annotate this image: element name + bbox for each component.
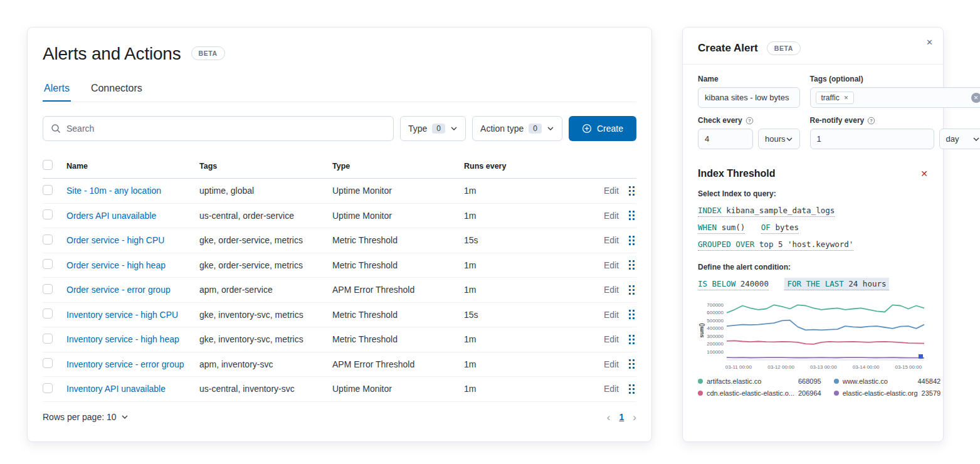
- actions-menu-icon[interactable]: [619, 285, 636, 295]
- actions-menu-icon[interactable]: [619, 211, 636, 220]
- action-type-filter-button[interactable]: Action type 0: [472, 116, 562, 141]
- remove-tag-icon[interactable]: ✕: [844, 95, 849, 101]
- alert-runs-every: 1m: [464, 384, 586, 394]
- svg-text:03-13 00:00: 03-13 00:00: [810, 364, 837, 370]
- index-expression-button[interactable]: INDEX kibana_sample_data_logs: [698, 206, 835, 217]
- row-checkbox[interactable]: [43, 185, 53, 195]
- next-page-icon[interactable]: ›: [633, 412, 636, 423]
- threshold-chart-svg: 1000002000003000004000005000006000007000…: [698, 296, 929, 372]
- svg-text:03-15 00:00: 03-15 00:00: [895, 364, 922, 370]
- rows-per-page-button[interactable]: Rows per page: 10: [43, 412, 129, 422]
- clear-tags-icon[interactable]: ✕: [971, 93, 980, 103]
- tags-input[interactable]: traffic ✕ ✕: [810, 87, 980, 108]
- legend-item[interactable]: elastic-elastic-elastic.org 23579: [834, 389, 940, 397]
- tag-pill[interactable]: traffic ✕: [816, 92, 855, 104]
- name-input[interactable]: [698, 87, 800, 108]
- renotify-every-unit-select[interactable]: day: [939, 129, 980, 149]
- edit-link[interactable]: Edit: [586, 310, 619, 320]
- tab-connectors[interactable]: Connectors: [90, 76, 144, 102]
- select-all-checkbox[interactable]: [43, 160, 53, 170]
- grouped-over-expression-button[interactable]: GROUPED OVER top 5 'host.keyword': [698, 240, 853, 251]
- row-checkbox[interactable]: [43, 383, 53, 393]
- row-checkbox[interactable]: [43, 235, 53, 245]
- index-value: kibana_sample_data_logs: [726, 206, 835, 215]
- alert-name-link[interactable]: Order service - high heap: [66, 260, 199, 270]
- of-expression-button[interactable]: OF bytes: [761, 223, 799, 234]
- alert-name-link[interactable]: Inventory service - error group: [66, 359, 199, 369]
- previous-page-icon[interactable]: ‹: [607, 412, 611, 423]
- edit-link[interactable]: Edit: [586, 285, 619, 295]
- alert-name-link[interactable]: Order service - error group: [66, 285, 199, 295]
- column-header-name[interactable]: Name: [66, 162, 199, 171]
- actions-menu-icon[interactable]: [619, 384, 636, 394]
- row-checkbox[interactable]: [43, 259, 53, 269]
- edit-link[interactable]: Edit: [586, 359, 619, 369]
- actions-menu-icon[interactable]: [619, 359, 636, 369]
- actions-menu-icon[interactable]: [619, 310, 636, 319]
- page-title: Alerts and Actions: [43, 44, 181, 64]
- for-the-last-expression-button[interactable]: FOR THE LAST 24 hours: [784, 278, 888, 290]
- alerts-and-actions-panel: Alerts and Actions BETA Alerts Connector…: [27, 27, 652, 442]
- column-header-tags[interactable]: Tags: [199, 162, 332, 171]
- edit-link[interactable]: Edit: [586, 235, 619, 245]
- grouped-expression-line: GROUPED OVER top 5 'host.keyword': [698, 240, 928, 249]
- legend-item[interactable]: cdn.elastic-elastic-elastic.o... 206964: [698, 389, 821, 397]
- alert-name-link[interactable]: Inventory API unavailable: [66, 384, 199, 394]
- alert-name-link[interactable]: Orders API unavailable: [66, 211, 199, 221]
- alert-tags: gke, order-service, metrics: [199, 260, 332, 270]
- column-header-runs-every[interactable]: Runs every: [464, 162, 586, 171]
- actions-menu-icon[interactable]: [619, 335, 636, 344]
- close-icon[interactable]: ✕: [926, 38, 933, 47]
- chevron-down-icon: [786, 135, 793, 143]
- svg-text:100000: 100000: [707, 349, 724, 355]
- alert-type: APM Error Threshold: [332, 285, 464, 295]
- search-input[interactable]: [66, 124, 386, 134]
- edit-link[interactable]: Edit: [586, 384, 619, 394]
- action-type-filter-count: 0: [529, 124, 542, 134]
- row-checkbox[interactable]: [43, 284, 53, 294]
- is-below-expression-button[interactable]: IS BELOW 240000: [698, 279, 769, 290]
- alert-runs-every: 1m: [464, 334, 586, 344]
- search-box[interactable]: [43, 116, 394, 141]
- edit-link[interactable]: Edit: [586, 260, 619, 270]
- edit-link[interactable]: Edit: [586, 186, 619, 196]
- type-filter-button[interactable]: Type 0: [400, 116, 466, 141]
- alert-name-link[interactable]: Inventory service - high CPU: [66, 310, 199, 320]
- row-checkbox[interactable]: [43, 358, 53, 368]
- renotify-every-value-input[interactable]: [810, 129, 934, 149]
- check-every-unit-select[interactable]: hours: [758, 129, 800, 149]
- svg-text:03-11 00:00: 03-11 00:00: [725, 364, 752, 370]
- actions-menu-icon[interactable]: [619, 260, 636, 270]
- alert-name-link[interactable]: Order service - high CPU: [66, 235, 199, 245]
- alert-name-link[interactable]: Inventory service - high heap: [66, 334, 199, 344]
- check-every-value-input[interactable]: [698, 129, 753, 149]
- plus-circle-icon: [582, 124, 592, 134]
- edit-link[interactable]: Edit: [586, 211, 619, 221]
- alert-type: Metric Threshold: [332, 260, 464, 270]
- beta-badge: BETA: [191, 46, 225, 60]
- legend-label: elastic-elastic-elastic.org: [843, 389, 918, 397]
- alert-name-link[interactable]: Site - 10m - any location: [66, 186, 199, 196]
- alert-tags: uptime, global: [199, 186, 332, 196]
- legend-item[interactable]: artifacts.elastic.co 668095: [698, 377, 821, 385]
- row-checkbox[interactable]: [43, 209, 53, 219]
- table-row: Order service - high CPU gke, order-serv…: [43, 228, 636, 253]
- create-button[interactable]: Create: [569, 116, 636, 141]
- edit-link[interactable]: Edit: [586, 334, 619, 344]
- actions-menu-icon[interactable]: [619, 186, 636, 196]
- legend-value: 668095: [798, 377, 821, 385]
- legend-item[interactable]: www.elastic.co 445842: [834, 377, 940, 385]
- legend-dot: [834, 379, 839, 384]
- remove-alert-type-icon[interactable]: ✕: [920, 169, 928, 179]
- column-header-type[interactable]: Type: [332, 162, 464, 171]
- actions-menu-icon[interactable]: [619, 236, 636, 245]
- svg-text:600000: 600000: [707, 310, 724, 315]
- when-expression-button[interactable]: WHEN sum(): [698, 223, 745, 234]
- alert-runs-every: 1m: [464, 186, 586, 196]
- alert-type-title: Index Threshold: [698, 168, 776, 179]
- row-checkbox[interactable]: [43, 334, 53, 344]
- tab-alerts[interactable]: Alerts: [43, 76, 71, 102]
- row-checkbox[interactable]: [43, 308, 53, 319]
- page-number[interactable]: 1: [619, 412, 624, 422]
- alert-type: Metric Threshold: [332, 334, 464, 344]
